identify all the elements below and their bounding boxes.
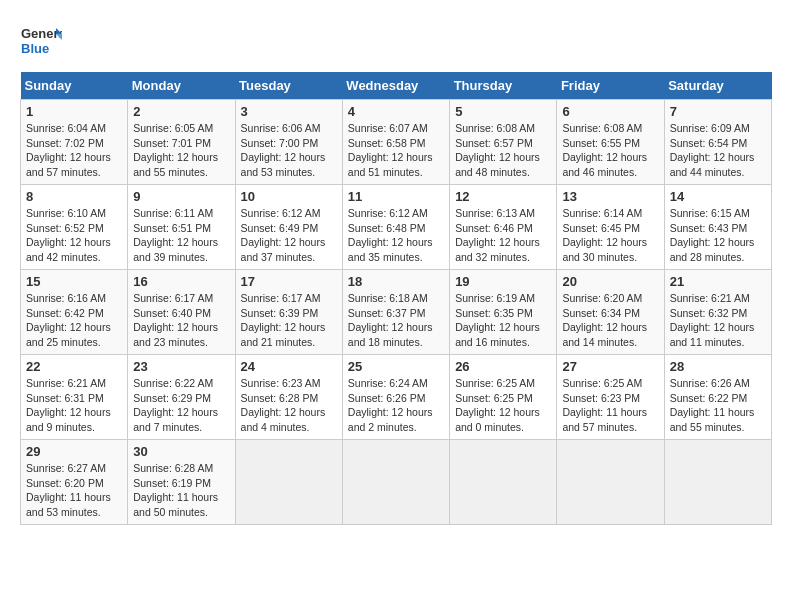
- day-info: Sunrise: 6:15 AM Sunset: 6:43 PM Dayligh…: [670, 206, 766, 265]
- day-number: 13: [562, 189, 658, 204]
- calendar-day-cell: 4 Sunrise: 6:07 AM Sunset: 6:58 PM Dayli…: [342, 100, 449, 185]
- day-of-week-header: Saturday: [664, 72, 771, 100]
- day-info: Sunrise: 6:12 AM Sunset: 6:48 PM Dayligh…: [348, 206, 444, 265]
- day-info: Sunrise: 6:07 AM Sunset: 6:58 PM Dayligh…: [348, 121, 444, 180]
- calendar-day-cell: [450, 440, 557, 525]
- day-info: Sunrise: 6:26 AM Sunset: 6:22 PM Dayligh…: [670, 376, 766, 435]
- day-number: 6: [562, 104, 658, 119]
- calendar-day-cell: 7 Sunrise: 6:09 AM Sunset: 6:54 PM Dayli…: [664, 100, 771, 185]
- calendar-day-cell: 23 Sunrise: 6:22 AM Sunset: 6:29 PM Dayl…: [128, 355, 235, 440]
- day-number: 29: [26, 444, 122, 459]
- day-info: Sunrise: 6:12 AM Sunset: 6:49 PM Dayligh…: [241, 206, 337, 265]
- day-info: Sunrise: 6:20 AM Sunset: 6:34 PM Dayligh…: [562, 291, 658, 350]
- calendar-day-cell: 12 Sunrise: 6:13 AM Sunset: 6:46 PM Dayl…: [450, 185, 557, 270]
- day-number: 2: [133, 104, 229, 119]
- day-number: 5: [455, 104, 551, 119]
- day-info: Sunrise: 6:25 AM Sunset: 6:25 PM Dayligh…: [455, 376, 551, 435]
- day-number: 26: [455, 359, 551, 374]
- day-info: Sunrise: 6:08 AM Sunset: 6:57 PM Dayligh…: [455, 121, 551, 180]
- day-info: Sunrise: 6:14 AM Sunset: 6:45 PM Dayligh…: [562, 206, 658, 265]
- calendar-week-row: 22 Sunrise: 6:21 AM Sunset: 6:31 PM Dayl…: [21, 355, 772, 440]
- day-info: Sunrise: 6:05 AM Sunset: 7:01 PM Dayligh…: [133, 121, 229, 180]
- calendar-day-cell: 25 Sunrise: 6:24 AM Sunset: 6:26 PM Dayl…: [342, 355, 449, 440]
- calendar-week-row: 29 Sunrise: 6:27 AM Sunset: 6:20 PM Dayl…: [21, 440, 772, 525]
- day-number: 16: [133, 274, 229, 289]
- calendar-day-cell: 30 Sunrise: 6:28 AM Sunset: 6:19 PM Dayl…: [128, 440, 235, 525]
- day-info: Sunrise: 6:19 AM Sunset: 6:35 PM Dayligh…: [455, 291, 551, 350]
- day-number: 27: [562, 359, 658, 374]
- calendar-day-cell: 13 Sunrise: 6:14 AM Sunset: 6:45 PM Dayl…: [557, 185, 664, 270]
- day-info: Sunrise: 6:09 AM Sunset: 6:54 PM Dayligh…: [670, 121, 766, 180]
- day-info: Sunrise: 6:23 AM Sunset: 6:28 PM Dayligh…: [241, 376, 337, 435]
- day-info: Sunrise: 6:10 AM Sunset: 6:52 PM Dayligh…: [26, 206, 122, 265]
- day-number: 30: [133, 444, 229, 459]
- day-number: 19: [455, 274, 551, 289]
- day-number: 12: [455, 189, 551, 204]
- calendar-day-cell: [557, 440, 664, 525]
- day-info: Sunrise: 6:08 AM Sunset: 6:55 PM Dayligh…: [562, 121, 658, 180]
- calendar-day-cell: 24 Sunrise: 6:23 AM Sunset: 6:28 PM Dayl…: [235, 355, 342, 440]
- calendar-day-cell: [664, 440, 771, 525]
- calendar-day-cell: 18 Sunrise: 6:18 AM Sunset: 6:37 PM Dayl…: [342, 270, 449, 355]
- calendar-day-cell: 19 Sunrise: 6:19 AM Sunset: 6:35 PM Dayl…: [450, 270, 557, 355]
- calendar-day-cell: 28 Sunrise: 6:26 AM Sunset: 6:22 PM Dayl…: [664, 355, 771, 440]
- day-of-week-header: Sunday: [21, 72, 128, 100]
- calendar-day-cell: 6 Sunrise: 6:08 AM Sunset: 6:55 PM Dayli…: [557, 100, 664, 185]
- day-of-week-header: Tuesday: [235, 72, 342, 100]
- day-of-week-header: Monday: [128, 72, 235, 100]
- calendar-day-cell: 20 Sunrise: 6:20 AM Sunset: 6:34 PM Dayl…: [557, 270, 664, 355]
- calendar-day-cell: 1 Sunrise: 6:04 AM Sunset: 7:02 PM Dayli…: [21, 100, 128, 185]
- calendar-day-cell: 17 Sunrise: 6:17 AM Sunset: 6:39 PM Dayl…: [235, 270, 342, 355]
- day-info: Sunrise: 6:24 AM Sunset: 6:26 PM Dayligh…: [348, 376, 444, 435]
- day-info: Sunrise: 6:06 AM Sunset: 7:00 PM Dayligh…: [241, 121, 337, 180]
- calendar-day-cell: [235, 440, 342, 525]
- day-number: 15: [26, 274, 122, 289]
- calendar-day-cell: 8 Sunrise: 6:10 AM Sunset: 6:52 PM Dayli…: [21, 185, 128, 270]
- day-info: Sunrise: 6:18 AM Sunset: 6:37 PM Dayligh…: [348, 291, 444, 350]
- calendar-day-cell: 2 Sunrise: 6:05 AM Sunset: 7:01 PM Dayli…: [128, 100, 235, 185]
- calendar-day-cell: 11 Sunrise: 6:12 AM Sunset: 6:48 PM Dayl…: [342, 185, 449, 270]
- day-info: Sunrise: 6:22 AM Sunset: 6:29 PM Dayligh…: [133, 376, 229, 435]
- day-number: 22: [26, 359, 122, 374]
- day-number: 25: [348, 359, 444, 374]
- day-number: 24: [241, 359, 337, 374]
- calendar-week-row: 8 Sunrise: 6:10 AM Sunset: 6:52 PM Dayli…: [21, 185, 772, 270]
- day-info: Sunrise: 6:25 AM Sunset: 6:23 PM Dayligh…: [562, 376, 658, 435]
- day-number: 1: [26, 104, 122, 119]
- day-number: 20: [562, 274, 658, 289]
- calendar-day-cell: 29 Sunrise: 6:27 AM Sunset: 6:20 PM Dayl…: [21, 440, 128, 525]
- day-info: Sunrise: 6:27 AM Sunset: 6:20 PM Dayligh…: [26, 461, 122, 520]
- calendar-week-row: 1 Sunrise: 6:04 AM Sunset: 7:02 PM Dayli…: [21, 100, 772, 185]
- day-info: Sunrise: 6:16 AM Sunset: 6:42 PM Dayligh…: [26, 291, 122, 350]
- calendar-day-cell: 14 Sunrise: 6:15 AM Sunset: 6:43 PM Dayl…: [664, 185, 771, 270]
- svg-text:Blue: Blue: [21, 41, 49, 56]
- day-number: 18: [348, 274, 444, 289]
- calendar-table: SundayMondayTuesdayWednesdayThursdayFrid…: [20, 72, 772, 525]
- day-info: Sunrise: 6:17 AM Sunset: 6:40 PM Dayligh…: [133, 291, 229, 350]
- day-number: 9: [133, 189, 229, 204]
- calendar-day-cell: 22 Sunrise: 6:21 AM Sunset: 6:31 PM Dayl…: [21, 355, 128, 440]
- calendar-day-cell: 26 Sunrise: 6:25 AM Sunset: 6:25 PM Dayl…: [450, 355, 557, 440]
- page-header: General Blue: [20, 20, 772, 62]
- day-of-week-header: Wednesday: [342, 72, 449, 100]
- svg-text:General: General: [21, 26, 62, 41]
- calendar-day-cell: 16 Sunrise: 6:17 AM Sunset: 6:40 PM Dayl…: [128, 270, 235, 355]
- day-info: Sunrise: 6:04 AM Sunset: 7:02 PM Dayligh…: [26, 121, 122, 180]
- calendar-day-cell: 5 Sunrise: 6:08 AM Sunset: 6:57 PM Dayli…: [450, 100, 557, 185]
- day-of-week-header: Friday: [557, 72, 664, 100]
- day-number: 14: [670, 189, 766, 204]
- day-number: 7: [670, 104, 766, 119]
- calendar-day-cell: [342, 440, 449, 525]
- day-info: Sunrise: 6:28 AM Sunset: 6:19 PM Dayligh…: [133, 461, 229, 520]
- calendar-day-cell: 3 Sunrise: 6:06 AM Sunset: 7:00 PM Dayli…: [235, 100, 342, 185]
- day-number: 4: [348, 104, 444, 119]
- calendar-day-cell: 15 Sunrise: 6:16 AM Sunset: 6:42 PM Dayl…: [21, 270, 128, 355]
- calendar-header-row: SundayMondayTuesdayWednesdayThursdayFrid…: [21, 72, 772, 100]
- day-info: Sunrise: 6:17 AM Sunset: 6:39 PM Dayligh…: [241, 291, 337, 350]
- day-info: Sunrise: 6:21 AM Sunset: 6:31 PM Dayligh…: [26, 376, 122, 435]
- calendar-day-cell: 10 Sunrise: 6:12 AM Sunset: 6:49 PM Dayl…: [235, 185, 342, 270]
- day-number: 10: [241, 189, 337, 204]
- day-info: Sunrise: 6:11 AM Sunset: 6:51 PM Dayligh…: [133, 206, 229, 265]
- day-number: 3: [241, 104, 337, 119]
- day-info: Sunrise: 6:21 AM Sunset: 6:32 PM Dayligh…: [670, 291, 766, 350]
